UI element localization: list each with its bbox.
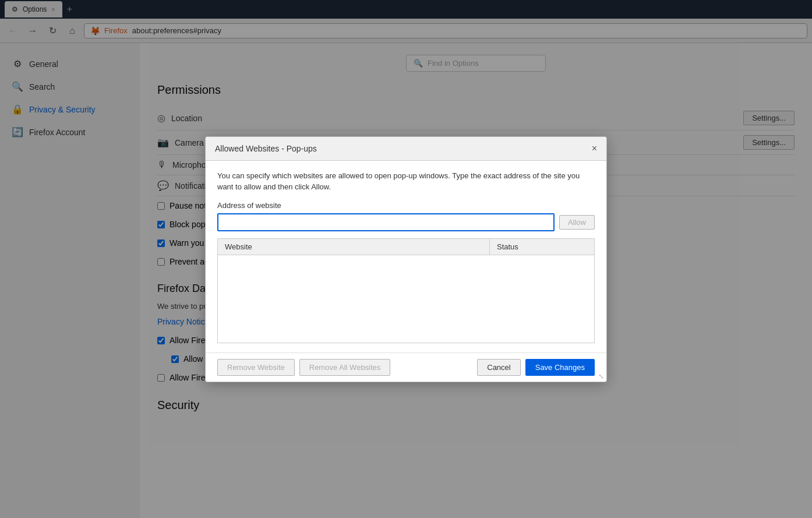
dialog-body: You can specify which websites are allow… <box>206 161 606 353</box>
footer-left-actions: Remove Website Remove All Websites <box>217 359 390 376</box>
allowed-websites-dialog: Allowed Websites - Pop-ups × You can spe… <box>205 136 607 382</box>
dialog-footer: Remove Website Remove All Websites Cance… <box>206 353 606 382</box>
resize-handle[interactable]: ⤡ <box>598 372 604 380</box>
remove-website-button[interactable]: Remove Website <box>217 359 295 376</box>
websites-table: Website Status <box>217 238 595 343</box>
website-column-header: Website <box>218 239 489 255</box>
status-column-header: Status <box>489 239 594 255</box>
dialog-close-button[interactable]: × <box>592 144 597 153</box>
save-changes-button[interactable]: Save Changes <box>525 359 595 376</box>
remove-all-websites-button[interactable]: Remove All Websites <box>299 359 391 376</box>
modal-overlay: Allowed Websites - Pop-ups × You can spe… <box>0 0 812 518</box>
dialog-title: Allowed Websites - Pop-ups <box>215 144 317 153</box>
dialog-description: You can specify which websites are allow… <box>217 170 595 193</box>
website-address-input[interactable] <box>217 213 555 231</box>
cancel-button[interactable]: Cancel <box>477 359 520 376</box>
address-label: Address of website <box>217 201 595 210</box>
dialog-header: Allowed Websites - Pop-ups × <box>206 137 606 161</box>
footer-right-actions: Cancel Save Changes <box>477 359 595 376</box>
table-header: Website Status <box>218 239 594 255</box>
address-input-row: Allow <box>217 213 595 231</box>
table-body <box>218 255 594 343</box>
allow-button[interactable]: Allow <box>559 215 595 230</box>
